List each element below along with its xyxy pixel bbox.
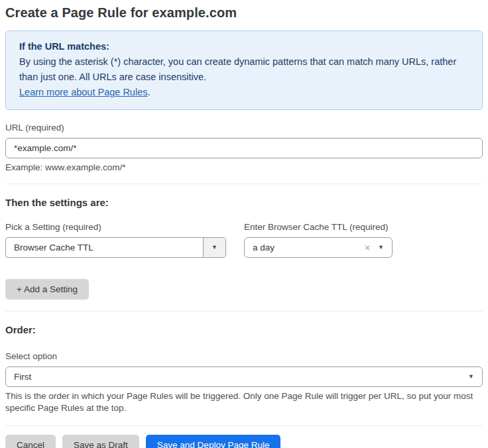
learn-more-link[interactable]: Learn more about Page Rules — [19, 87, 147, 97]
info-box-heading: If the URL matches: — [19, 39, 469, 54]
chevron-down-icon: ▼ — [212, 245, 217, 251]
order-select[interactable]: First ▼ — [5, 366, 483, 387]
footer-actions: Cancel Save as Draft Save and Deploy Pag… — [5, 435, 483, 448]
settings-row: Pick a Setting (required) Browser Cache … — [5, 222, 483, 258]
add-setting-button[interactable]: + Add a Setting — [5, 279, 89, 300]
cancel-button[interactable]: Cancel — [5, 435, 56, 448]
info-box-link-line: Learn more about Page Rules. — [19, 85, 469, 100]
chevron-down-icon: ▼ — [378, 245, 384, 251]
divider — [5, 311, 483, 311]
link-suffix: . — [147, 87, 150, 97]
ttl-picker-value: a day — [245, 243, 365, 252]
page-rule-form: Create a Page Rule for example.com If th… — [0, 0, 488, 448]
ttl-picker-select[interactable]: a day × ▼ — [244, 237, 393, 258]
info-box-body: By using the asterisk (*) character, you… — [19, 54, 469, 85]
order-hint: This is the order in which your Page Rul… — [5, 390, 483, 414]
setting-picker-label: Pick a Setting (required) — [5, 222, 226, 232]
url-match-info-box: If the URL matches: By using the asteris… — [5, 30, 483, 110]
ttl-picker-column: Enter Browser Cache TTL (required) a day… — [244, 222, 393, 258]
setting-picker-column: Pick a Setting (required) Browser Cache … — [5, 222, 226, 258]
chevron-down-icon: ▼ — [468, 374, 474, 380]
order-heading: Order: — [5, 324, 483, 335]
order-select-value: First — [6, 372, 468, 382]
order-select-label: Select option — [5, 351, 483, 361]
divider — [5, 425, 483, 426]
ttl-picker-label: Enter Browser Cache TTL (required) — [244, 222, 393, 232]
info-box-body-text: By using the asterisk (*) character, you… — [19, 56, 456, 82]
save-and-deploy-button[interactable]: Save and Deploy Page Rule — [146, 435, 281, 448]
setting-picker-select[interactable]: Browser Cache TTL ▼ — [5, 237, 226, 258]
save-as-draft-button[interactable]: Save as Draft — [62, 435, 139, 448]
setting-picker-value: Browser Cache TTL — [6, 243, 203, 252]
url-hint: Example: www.example.com/* — [5, 162, 483, 172]
divider — [5, 184, 483, 184]
page-title: Create a Page Rule for example.com — [5, 5, 483, 21]
url-label: URL (required) — [5, 123, 483, 133]
clear-icon[interactable]: × — [365, 243, 370, 252]
url-input[interactable] — [5, 138, 483, 158]
settings-heading: Then the settings are: — [5, 197, 483, 208]
setting-picker-arrow-cell[interactable]: ▼ — [203, 238, 225, 257]
